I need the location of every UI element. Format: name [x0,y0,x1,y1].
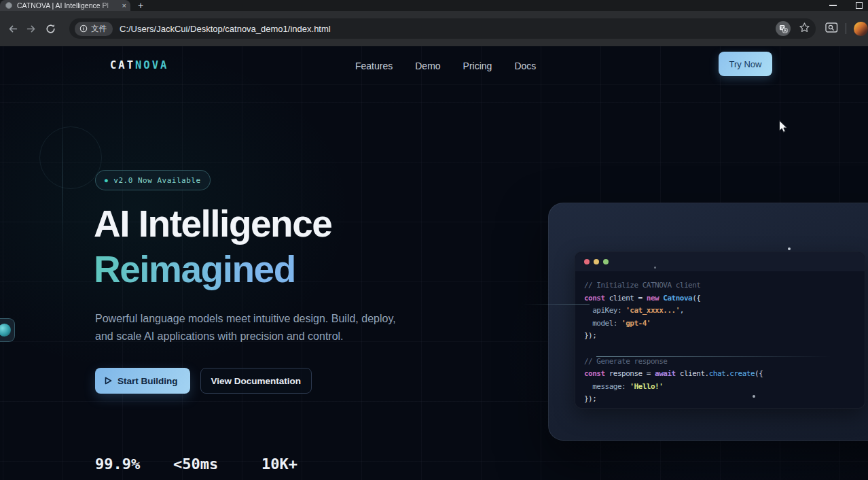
stat-users: 10K+ [261,456,297,473]
traffic-light-green-icon [603,259,609,264]
tab-title: CATNOVA | AI Intelligence Pl [17,1,120,10]
file-scheme-chip[interactable]: 文件 [75,22,113,36]
window-maximize-button[interactable] [856,2,863,9]
particle-dot-decoration [788,247,791,250]
logo-accent: NOVA [135,59,168,71]
nav-link-demo[interactable]: Demo [415,61,440,71]
profile-avatar[interactable] [854,22,868,36]
address-bar[interactable]: 文件 C:/Users/JackCui/Desktop/catnova_demo… [69,18,816,39]
view-documentation-label: View Documentation [211,376,302,386]
line-decoration [62,107,63,254]
code-lines: // Initialize CATNOVA clientconst client… [575,271,865,406]
back-arrow-icon [7,23,18,35]
cursor-arrow-icon [778,120,789,134]
forward-button[interactable] [22,19,41,38]
view-documentation-button[interactable]: View Documentation [200,368,312,394]
logo[interactable]: CATNOVA [110,46,168,85]
badge-dot-icon: ● [105,177,108,184]
side-panel-button[interactable] [825,22,838,36]
star-icon [799,22,810,33]
nav-link-docs[interactable]: Docs [514,61,536,71]
floating-widget[interactable] [0,318,15,342]
particle-dot-decoration [654,267,656,269]
badge-label: v2.0 Now Available [113,176,200,185]
hero-cta-row: Start Building View Documentation [95,368,312,394]
window-controls [829,0,868,11]
stat-latency: <50ms [173,456,218,473]
start-building-button[interactable]: Start Building [95,368,190,394]
forward-arrow-icon [26,23,37,35]
page-content: CATNOVA Features Demo Pricing Docs Try N… [0,46,868,480]
bookmark-button[interactable] [799,22,810,36]
info-icon [79,24,88,33]
start-building-label: Start Building [117,376,178,386]
tab-favicon-icon [5,2,12,9]
browser-tab[interactable]: CATNOVA | AI Intelligence Pl × [0,0,130,11]
hero-title-line2: Reimagined [94,248,295,290]
tab-close-icon[interactable]: × [122,2,126,10]
toolbar-right [825,22,868,36]
reload-icon [45,23,56,35]
nav-link-pricing[interactable]: Pricing [463,61,492,71]
translate-button[interactable] [776,21,791,36]
play-icon [105,377,112,385]
stat-uptime: 99.9% [95,456,140,473]
nav-link-features[interactable]: Features [355,61,393,71]
mouse-cursor [778,120,789,137]
tab-strip: CATNOVA | AI Intelligence Pl × + [0,0,868,11]
side-panel-search-icon [825,22,838,33]
stats-row: 99.9% <50ms 10K+ [95,456,380,480]
window-minimize-button[interactable] [829,5,837,6]
code-window: // Initialize CATNOVA clientconst client… [575,252,865,409]
traffic-light-red-icon [584,259,590,264]
code-panel: // Initialize CATNOVA clientconst client… [548,203,868,441]
version-badge: ● v2.0 Now Available [95,170,211,190]
particle-dot-decoration [753,395,755,398]
logo-primary: CAT [110,59,135,71]
hero-title-line1: AI Intelligence [94,203,331,245]
circle-decoration [39,126,102,189]
particle-trail-decoration [596,356,831,357]
toolbar-separator [846,23,846,34]
new-tab-button[interactable]: + [138,0,143,11]
code-window-titlebar [575,252,865,271]
back-button[interactable] [3,19,22,38]
main-nav: Features Demo Pricing Docs [355,46,536,85]
try-now-button[interactable]: Try Now [719,52,772,76]
widget-logo-icon [0,324,11,337]
reload-button[interactable] [41,19,60,38]
hero-title: AI Intelligence Reimagined [94,201,331,292]
site-header: CATNOVA Features Demo Pricing Docs Try N… [0,46,868,85]
browser-toolbar: 文件 C:/Users/JackCui/Desktop/catnova_demo… [0,11,868,46]
url-text[interactable]: C:/Users/JackCui/Desktop/catnova_demo1/i… [120,24,770,34]
address-actions [776,21,810,36]
traffic-light-yellow-icon [594,259,599,264]
particle-trail-decoration [523,304,590,305]
file-scheme-label: 文件 [91,24,107,34]
browser-window: CATNOVA | AI Intelligence Pl × + 文件 C:/U… [0,0,868,480]
translate-icon [779,24,788,33]
hero-description: Powerful language models meet intuitive … [95,310,402,345]
